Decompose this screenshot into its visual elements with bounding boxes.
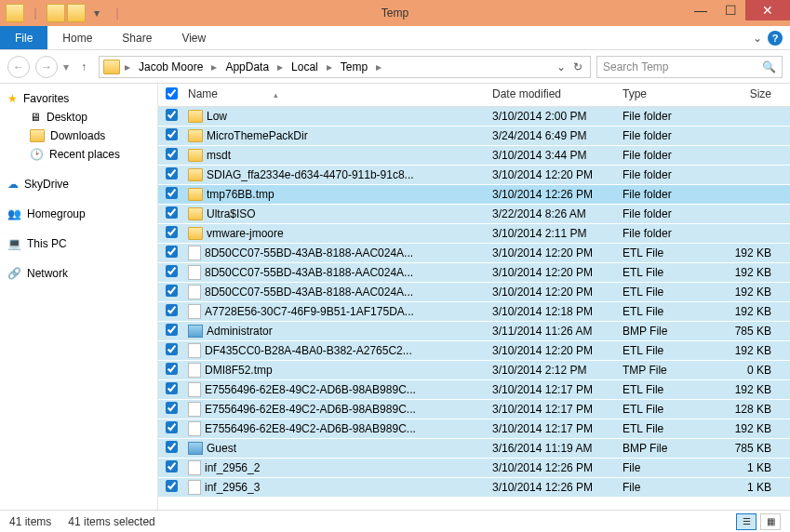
chevron-right-icon[interactable]: ▸ <box>324 60 335 73</box>
row-checkbox[interactable] <box>166 128 178 140</box>
sidebar-desktop[interactable]: 🖥Desktop <box>0 108 157 126</box>
tab-view[interactable]: View <box>167 28 221 48</box>
search-input[interactable]: Search Temp 🔍 <box>596 56 783 78</box>
row-checkbox[interactable] <box>166 382 178 394</box>
file-type: TMP File <box>623 364 716 377</box>
sidebar-recent[interactable]: 🕑Recent places <box>0 145 157 164</box>
folder-icon <box>30 129 45 142</box>
bmp-icon <box>188 442 203 455</box>
file-row[interactable]: Guest3/16/2014 11:19 AMBMP File785 KB <box>158 439 790 459</box>
file-icon <box>188 402 201 417</box>
row-checkbox[interactable] <box>166 421 178 433</box>
sidebar-skydrive[interactable]: ☁SkyDrive <box>0 175 157 193</box>
back-button[interactable]: ← <box>7 56 30 78</box>
desktop-icon: 🖥 <box>30 111 41 124</box>
chevron-right-icon[interactable]: ▸ <box>274 60 286 73</box>
file-row[interactable]: E7556496-62E8-49C2-AD6B-98AB989C...3/10/… <box>158 380 790 400</box>
recent-dropdown-icon[interactable]: ▾ <box>63 60 69 73</box>
sidebar-network[interactable]: 🔗Network <box>0 264 157 283</box>
row-checkbox[interactable] <box>166 304 178 316</box>
file-name: Ultra$ISO <box>207 207 256 220</box>
minimize-button[interactable]: — <box>686 0 716 20</box>
row-checkbox[interactable] <box>166 324 178 336</box>
row-checkbox[interactable] <box>166 167 178 180</box>
row-checkbox[interactable] <box>166 441 178 453</box>
row-checkbox[interactable] <box>166 343 178 355</box>
file-row[interactable]: E7556496-62E8-49C2-AD6B-98AB989C...3/10/… <box>158 400 790 419</box>
properties-icon[interactable] <box>47 4 65 22</box>
up-button[interactable]: ↑ <box>74 58 93 76</box>
breadcrumb-item[interactable]: AppData <box>221 59 273 75</box>
file-row[interactable]: tmp76BB.tmp3/10/2014 12:26 PMFile folder <box>158 185 790 205</box>
column-name[interactable]: Name▴ <box>184 87 492 102</box>
file-size: 192 KB <box>716 383 790 396</box>
folder-icon <box>103 60 120 74</box>
sort-arrow-icon: ▴ <box>274 90 278 100</box>
tab-share[interactable]: Share <box>107 28 167 48</box>
file-row[interactable]: E7556496-62E8-49C2-AD6B-98AB989C...3/10/… <box>158 419 790 439</box>
row-checkbox[interactable] <box>166 265 178 277</box>
icons-view-button[interactable]: ▦ <box>760 513 781 530</box>
file-date: 3/10/2014 2:12 PM <box>492 364 623 377</box>
row-checkbox[interactable] <box>166 187 178 199</box>
column-type[interactable]: Type <box>623 87 716 102</box>
file-row[interactable]: MicroThemePackDir3/24/2014 6:49 PMFile f… <box>158 126 790 146</box>
sidebar-thispc[interactable]: 💻This PC <box>0 234 157 253</box>
refresh-icon[interactable]: ↻ <box>573 60 582 73</box>
row-checkbox[interactable] <box>166 480 178 492</box>
file-name: DF435CC0-B28A-4BA0-B382-A2765C2... <box>205 344 412 357</box>
row-checkbox[interactable] <box>166 402 178 414</box>
breadcrumb-item[interactable]: Jacob Moore <box>135 59 207 75</box>
maximize-button[interactable]: ☐ <box>716 0 745 20</box>
file-icon <box>188 363 201 378</box>
column-date[interactable]: Date modified <box>492 87 623 102</box>
close-button[interactable]: ✕ <box>745 0 790 20</box>
new-folder-icon[interactable] <box>67 4 86 22</box>
file-row[interactable]: 8D50CC07-55BD-43AB-8188-AAC024A...3/10/2… <box>158 263 790 283</box>
sidebar-downloads[interactable]: Downloads <box>0 126 157 145</box>
chevron-right-icon[interactable]: ▸ <box>122 60 133 73</box>
qat-dropdown-icon[interactable]: ▾ <box>87 4 106 22</box>
tab-home[interactable]: Home <box>47 28 107 48</box>
file-date: 3/10/2014 12:17 PM <box>492 422 623 435</box>
row-checkbox[interactable] <box>166 363 178 375</box>
breadcrumb-item[interactable]: Local <box>288 59 322 75</box>
row-checkbox[interactable] <box>166 246 178 258</box>
file-row[interactable]: SDIAG_ffa2334e-d634-4470-911b-91c8...3/1… <box>158 166 790 185</box>
row-checkbox[interactable] <box>166 226 178 238</box>
file-row[interactable]: inf_2956_23/10/2014 12:26 PMFile1 KB <box>158 459 790 478</box>
file-row[interactable]: Low3/10/2014 2:00 PMFile folder <box>158 107 790 126</box>
breadcrumb-item[interactable]: Temp <box>337 59 371 75</box>
file-row[interactable]: DF435CC0-B28A-4BA0-B382-A2765C2...3/10/2… <box>158 341 790 361</box>
file-row[interactable]: Ultra$ISO3/22/2014 8:26 AMFile folder <box>158 205 790 224</box>
row-checkbox[interactable] <box>166 148 178 160</box>
file-row[interactable]: 8D50CC07-55BD-43AB-8188-AAC024A...3/10/2… <box>158 283 790 302</box>
breadcrumb[interactable]: ▸ Jacob Moore ▸ AppData ▸ Local ▸ Temp ▸… <box>99 56 591 78</box>
details-view-button[interactable]: ☰ <box>736 513 757 530</box>
file-tab[interactable]: File <box>0 26 47 49</box>
file-type: ETL File <box>623 422 716 435</box>
file-row[interactable]: 8D50CC07-55BD-43AB-8188-AAC024A...3/10/2… <box>158 244 790 263</box>
chevron-right-icon[interactable]: ▸ <box>373 60 384 73</box>
file-row[interactable]: A7728E56-30C7-46F9-9B51-1AF175DA...3/10/… <box>158 302 790 322</box>
file-row[interactable]: DMI8F52.tmp3/10/2014 2:12 PMTMP File0 KB <box>158 361 790 380</box>
file-row[interactable]: vmware-jmoore3/10/2014 2:11 PMFile folde… <box>158 224 790 244</box>
select-all-checkbox[interactable] <box>166 87 178 100</box>
row-checkbox[interactable] <box>166 206 178 219</box>
row-checkbox[interactable] <box>166 285 178 297</box>
column-size[interactable]: Size <box>716 87 790 102</box>
forward-button[interactable]: → <box>35 56 58 78</box>
sidebar-homegroup[interactable]: 👥Homegroup <box>0 205 157 223</box>
file-row[interactable]: Administrator3/11/2014 11:26 AMBMP File7… <box>158 322 790 341</box>
sidebar-favorites[interactable]: ★Favorites <box>0 89 157 108</box>
row-checkbox[interactable] <box>166 109 178 121</box>
file-name: E7556496-62E8-49C2-AD6B-98AB989C... <box>205 383 416 396</box>
dropdown-icon[interactable]: ⌄ <box>556 60 566 73</box>
chevron-down-icon[interactable]: ⌄ <box>753 32 762 45</box>
chevron-right-icon[interactable]: ▸ <box>208 60 220 73</box>
file-row[interactable]: inf_2956_33/10/2014 12:26 PMFile1 KB <box>158 478 790 498</box>
help-icon[interactable]: ? <box>768 31 783 46</box>
row-checkbox[interactable] <box>166 460 178 472</box>
qat-divider: | <box>108 4 127 22</box>
file-row[interactable]: msdt3/10/2014 3:44 PMFile folder <box>158 146 790 166</box>
